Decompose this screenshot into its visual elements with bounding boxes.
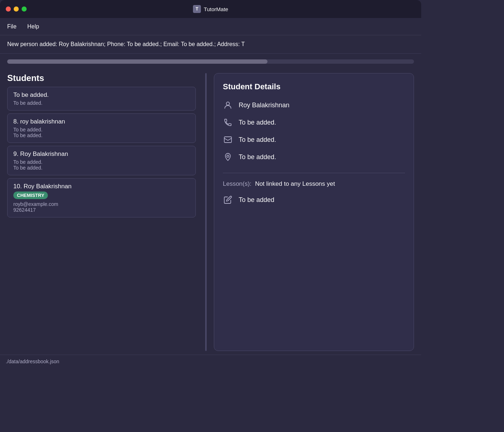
minimize-button[interactable] — [14, 6, 19, 12]
lessons-value: Not linked to any Lessons yet — [255, 180, 335, 188]
student-info-2: To be added. — [13, 165, 190, 171]
student-info-2: To be added. — [13, 132, 190, 138]
app-icon: T — [193, 5, 201, 13]
notes-icon — [223, 195, 233, 205]
list-item[interactable]: 9. Roy Balakrishnan To be added. To be a… — [7, 146, 196, 175]
list-item[interactable]: To be added. To be added. — [7, 87, 196, 111]
vertical-divider — [205, 73, 207, 351]
student-name: To be added. — [13, 91, 190, 99]
close-button[interactable] — [6, 6, 11, 12]
subject-tag: CHEMISTRY — [13, 192, 48, 199]
status-text: ./data/addressbook.json — [6, 359, 59, 364]
scrollbar-thumb[interactable] — [7, 59, 267, 64]
student-email: royb@example.com — [13, 201, 190, 207]
maximize-button[interactable] — [22, 6, 27, 12]
lessons-label: Lesson(s): — [223, 180, 251, 188]
student-info-1: To be added. — [13, 159, 190, 165]
svg-point-0 — [226, 102, 230, 105]
email-icon — [223, 135, 233, 145]
list-item[interactable]: 10. Roy Balakrishnan CHEMISTRY royb@exam… — [7, 178, 196, 217]
scrollbar-area — [0, 54, 421, 69]
student-address: To be added. — [239, 153, 276, 161]
students-list[interactable]: To be added. To be added. 8. roy balakri… — [7, 87, 198, 351]
details-title: Student Details — [223, 82, 405, 91]
notification-bar: New person added: Roy Balakrishnan; Phon… — [0, 35, 421, 54]
list-item[interactable]: 8. roy balakrishnan To be added. To be a… — [7, 113, 196, 143]
divider — [223, 173, 405, 173]
person-icon — [223, 100, 233, 110]
student-details-panel: Student Details Roy Balakrishnan To be a… — [214, 73, 414, 351]
address-row: To be added. — [223, 152, 405, 162]
student-phone: 92624417 — [13, 207, 190, 213]
window-controls — [6, 6, 27, 12]
students-panel: Students To be added. To be added. 8. ro… — [7, 73, 198, 351]
title-bar: T TutorMate — [0, 0, 421, 18]
lessons-row: Lesson(s): Not linked to any Lessons yet — [223, 180, 405, 188]
app-title: T TutorMate — [193, 5, 228, 13]
student-info-1: To be added. — [13, 100, 190, 106]
student-full-name: Roy Balakrishnan — [239, 102, 289, 109]
student-info-1: To be added. — [13, 127, 190, 132]
students-list-container: To be added. To be added. 8. roy balakri… — [7, 87, 198, 351]
student-name: 9. Roy Balakrishnan — [13, 150, 190, 158]
menu-file[interactable]: File — [7, 23, 17, 30]
name-row: Roy Balakrishnan — [223, 100, 405, 110]
student-name: 10. Roy Balakrishnan — [13, 183, 190, 190]
student-notes: To be added — [239, 196, 274, 204]
phone-icon — [223, 117, 233, 127]
student-email: To be added. — [239, 136, 276, 144]
menu-bar: File Help — [0, 18, 421, 35]
students-title: Students — [7, 73, 198, 83]
student-name: 8. roy balakrishnan — [13, 118, 190, 125]
location-icon — [223, 152, 233, 162]
svg-point-2 — [227, 155, 229, 157]
phone-row: To be added. — [223, 117, 405, 127]
svg-rect-1 — [224, 137, 231, 143]
student-phone: To be added. — [239, 119, 276, 126]
main-content: Students To be added. To be added. 8. ro… — [0, 69, 421, 355]
status-bar: ./data/addressbook.json — [0, 355, 421, 368]
notes-row: To be added — [223, 195, 405, 205]
scrollbar-track[interactable] — [7, 59, 414, 64]
notification-text: New person added: Roy Balakrishnan; Phon… — [7, 41, 414, 48]
menu-help[interactable]: Help — [27, 23, 39, 30]
email-row: To be added. — [223, 135, 405, 145]
